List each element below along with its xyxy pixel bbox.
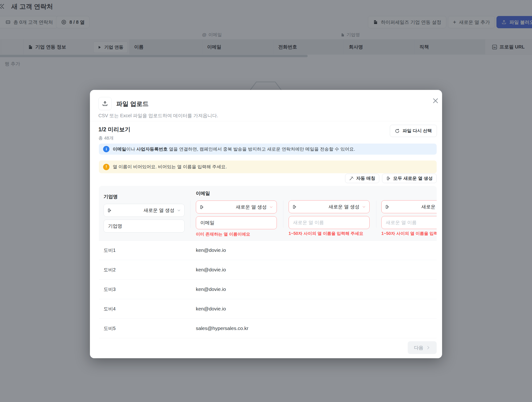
mapping-error-text: 1~50자 사이의 열 이름을 입력해 주세요 [381, 231, 437, 236]
row-email-cell: ken@dovie.io [196, 260, 226, 279]
chevron-down-icon [269, 205, 273, 209]
auto-match-label: 자동 매칭 [356, 175, 375, 182]
mapping-actions: 자동 매칭 모두 새로운 열 생성 [90, 174, 437, 183]
preview-row: 도비3 ken@dovie.io [99, 280, 437, 299]
info-banner-text: 이메일이나 사업자등록번호 열을 연결하면, 캠페인에서 중복 발송을 방지하고… [113, 146, 355, 152]
mapping-error-text: 1~50자 사이의 열 이름을 입력해 주세요 [289, 231, 363, 236]
new-column-icon [292, 205, 297, 209]
chevron-down-icon [362, 205, 366, 209]
row-email-cell: sales@hypersales.co.kr [196, 319, 248, 338]
modal-title: 파일 업로드 [116, 100, 149, 108]
preview-row: 도비4 ken@dovie.io [99, 299, 437, 319]
new-column-icon [386, 176, 391, 181]
preview-row: 도비5 sales@hypersales.co.kr [99, 319, 437, 338]
new-column-name-input[interactable] [196, 216, 277, 229]
column-mapping-band: 기업명 새로운 열 생성 이메일 새로운 열 생성 [99, 186, 437, 240]
row-email-cell: ken@dovie.io [196, 240, 226, 260]
header-divider [90, 121, 442, 121]
chevron-down-icon [177, 208, 181, 213]
chevron-right-icon [426, 345, 431, 350]
row-email-cell: ken@dovie.io [196, 299, 226, 318]
column-mapping-select[interactable]: 새로운 열 생성 [381, 200, 437, 213]
new-column-name-input[interactable] [289, 216, 370, 229]
preview-row: 도비1 ken@dovie.io [99, 240, 437, 260]
auto-match-button[interactable]: 자동 매칭 [345, 174, 379, 183]
info-banner: i 이메일이나 사업자등록번호 열을 연결하면, 캠페인에서 중복 발송을 방지… [99, 144, 437, 155]
reselect-file-label: 파일 다시 선택 [403, 128, 432, 134]
info-icon: i [103, 146, 109, 152]
column-mapping-select[interactable]: 새로운 열 생성 [196, 201, 277, 214]
mapping-column-header: 기업명 [104, 194, 118, 200]
next-button[interactable]: 다음 [408, 341, 437, 354]
row-company-cell: 도비1 [104, 240, 116, 260]
create-all-columns-button[interactable]: 모두 새로운 열 생성 [382, 174, 437, 183]
column-mapping-select[interactable]: 새로운 열 생성 [289, 200, 370, 213]
total-count: 총 48개 [98, 135, 114, 141]
warning-banner-text: 열 이름이 비어있어요. 비어있는 열 이름을 입력해 주세요. [113, 164, 227, 170]
mapping-column-header: 이메일 [196, 190, 210, 196]
refresh-icon [395, 128, 400, 133]
mapping-error-text: 이미 존재하는 열 이름이에요 [196, 231, 250, 237]
warning-icon: ! [103, 164, 109, 170]
row-company-cell: 도비4 [104, 299, 116, 318]
new-column-name-input[interactable] [104, 220, 184, 232]
new-column-name-input[interactable] [381, 216, 437, 229]
row-company-cell: 도비2 [104, 260, 116, 279]
new-column-icon [385, 205, 390, 209]
next-button-label: 다음 [414, 345, 424, 351]
warning-banner: ! 열 이름이 비어있어요. 비어있는 열 이름을 입력해 주세요. [99, 161, 437, 173]
close-icon[interactable] [431, 96, 440, 106]
file-upload-modal: 파일 업로드 CSV 또는 Excel 파일을 업로드하여 데이터를 가져옵니다… [90, 90, 442, 358]
create-all-columns-label: 모두 새로운 열 생성 [393, 175, 433, 182]
new-column-icon [107, 208, 112, 213]
preview-row: 도비2 ken@dovie.io [99, 260, 437, 280]
reselect-file-button[interactable]: 파일 다시 선택 [390, 125, 437, 137]
column-mapping-select[interactable]: 새로운 열 생성 [104, 204, 184, 217]
step-title: 1/2 미리보기 [98, 126, 130, 133]
new-column-icon [199, 205, 204, 209]
upload-icon [98, 97, 112, 110]
row-email-cell: ken@dovie.io [196, 280, 226, 299]
modal-subtitle: CSV 또는 Excel 파일을 업로드하여 데이터를 가져옵니다. [98, 113, 218, 119]
magic-wand-icon [349, 176, 354, 181]
row-company-cell: 도비3 [104, 280, 116, 299]
row-company-cell: 도비5 [104, 319, 116, 338]
